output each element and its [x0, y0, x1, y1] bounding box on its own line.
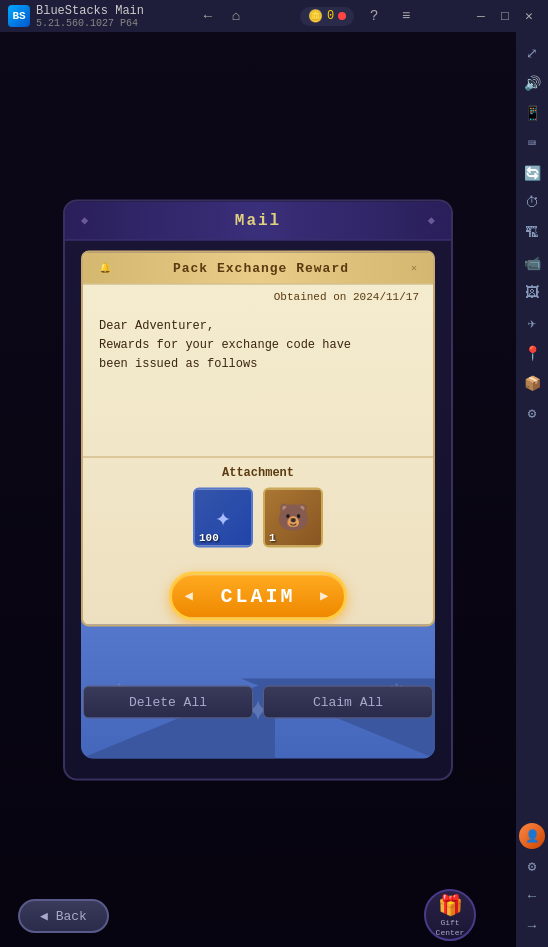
- attachment-label: Attachment: [97, 465, 419, 479]
- minimize-button[interactable]: —: [470, 5, 492, 27]
- sidebar-timer-icon[interactable]: ⏱: [519, 190, 545, 216]
- letter-body: Dear Adventurer, Rewards for your exchan…: [83, 306, 433, 456]
- coin-icon: 🪙: [308, 9, 323, 24]
- titlebar-nav: ← ⌂: [196, 4, 248, 28]
- sidebar-expand-icon[interactable]: ⤢: [519, 40, 545, 66]
- letter-text-line1: Dear Adventurer,: [99, 316, 417, 335]
- coin-badge: 🪙 0: [300, 7, 354, 26]
- sidebar-gallery-icon[interactable]: 🖼: [519, 280, 545, 306]
- notification-dot: [338, 12, 346, 20]
- letter-panel: 🔔 Pack Exchange Reward ✕ Obtained on 202…: [81, 250, 435, 626]
- menu-button[interactable]: ≡: [394, 4, 418, 28]
- mail-panel-header: ◆ Mail ◆: [65, 201, 451, 240]
- claim-all-button[interactable]: Claim All: [263, 685, 433, 718]
- sidebar-volume-icon[interactable]: 🔊: [519, 70, 545, 96]
- app-name: BlueStacks Main: [36, 4, 144, 18]
- attachment-items: ✦ 100 🐻 1: [97, 487, 419, 547]
- attachment-section: Attachment ✦ 100 🐻 1: [83, 457, 433, 559]
- back-button[interactable]: ◀ Back: [18, 899, 109, 933]
- mail-panel-title: Mail: [88, 211, 428, 229]
- gift-center-icon: 🎁: [438, 893, 463, 918]
- titlebar-left: BS BlueStacks Main 5.21.560.1027 P64: [8, 4, 144, 29]
- titlebar: BS BlueStacks Main 5.21.560.1027 P64 ← ⌂…: [0, 0, 548, 32]
- sidebar-avatar[interactable]: 👤: [519, 823, 545, 849]
- letter-date: Obtained on 2024/11/17: [83, 284, 433, 306]
- right-sidebar: ⤢ 🔊 📱 ⌨ 🔄 ⏱ 🏗 📹 🖼 ✈ 📍 📦 ⚙ 👤 ⚙ ← →: [516, 32, 548, 947]
- attachment-item-2: 🐻 1: [263, 487, 323, 547]
- sidebar-airplane-icon[interactable]: ✈: [519, 310, 545, 336]
- attachment-item-1: ✦ 100: [193, 487, 253, 547]
- letter-title-bar: 🔔 Pack Exchange Reward ✕: [83, 252, 433, 284]
- restore-button[interactable]: □: [494, 5, 516, 27]
- sidebar-forward-icon[interactable]: →: [519, 913, 545, 939]
- item-count-1: 100: [199, 531, 219, 543]
- claim-button[interactable]: CLAIM: [169, 571, 346, 620]
- sidebar-package-icon[interactable]: 📦: [519, 370, 545, 396]
- claim-btn-wrapper: CLAIM: [83, 559, 433, 624]
- letter-deco-left: 🔔: [99, 262, 111, 274]
- app-logo: BS: [8, 5, 30, 27]
- letter-text-line3: been issued as follows: [99, 354, 417, 373]
- back-button-titlebar[interactable]: ←: [196, 4, 220, 28]
- titlebar-info: BlueStacks Main 5.21.560.1027 P64: [36, 4, 144, 29]
- delete-all-button[interactable]: Delete All: [83, 685, 253, 718]
- letter-deco-right: ✕: [411, 262, 417, 274]
- sidebar-rotate-icon[interactable]: 🔄: [519, 160, 545, 186]
- sidebar-location-icon[interactable]: 📍: [519, 340, 545, 366]
- mail-header-deco-right: ◆: [428, 213, 435, 228]
- coin-count: 0: [327, 9, 334, 23]
- item-count-2: 1: [269, 531, 276, 543]
- game-area: ◆ Mail ◆ 🔔 Pack Exchange Reward ✕ Obtain…: [0, 32, 516, 947]
- close-button[interactable]: ✕: [518, 5, 540, 27]
- sidebar-keyboard-icon[interactable]: ⌨: [519, 130, 545, 156]
- home-button-titlebar[interactable]: ⌂: [224, 4, 248, 28]
- gift-center-button[interactable]: 🎁 Gift Center: [424, 889, 476, 941]
- help-button[interactable]: ?: [362, 4, 386, 28]
- app-version: 5.21.560.1027 P64: [36, 18, 144, 29]
- sidebar-camera-icon[interactable]: 📹: [519, 250, 545, 276]
- sidebar-gear-icon[interactable]: ⚙: [519, 400, 545, 426]
- sidebar-back-icon[interactable]: ←: [519, 883, 545, 909]
- sidebar-build-icon[interactable]: 🏗: [519, 220, 545, 246]
- sidebar-settings-icon[interactable]: ⚙: [519, 853, 545, 879]
- letter-title: Pack Exchange Reward: [111, 260, 411, 275]
- bottom-buttons: Delete All Claim All: [63, 675, 453, 728]
- gift-center-label: Gift Center: [426, 918, 474, 937]
- letter-text-line2: Rewards for your exchange code have: [99, 335, 417, 354]
- mail-panel: ◆ Mail ◆ 🔔 Pack Exchange Reward ✕ Obtain…: [63, 199, 453, 780]
- bear-icon: 🐻: [277, 501, 309, 533]
- sidebar-phone-icon[interactable]: 📱: [519, 100, 545, 126]
- snowflake-icon: ✦: [215, 501, 231, 533]
- mail-header-deco-left: ◆: [81, 213, 88, 228]
- titlebar-center: 🪙 0 ? ≡: [300, 4, 418, 28]
- titlebar-window-controls: — □ ✕: [470, 5, 540, 27]
